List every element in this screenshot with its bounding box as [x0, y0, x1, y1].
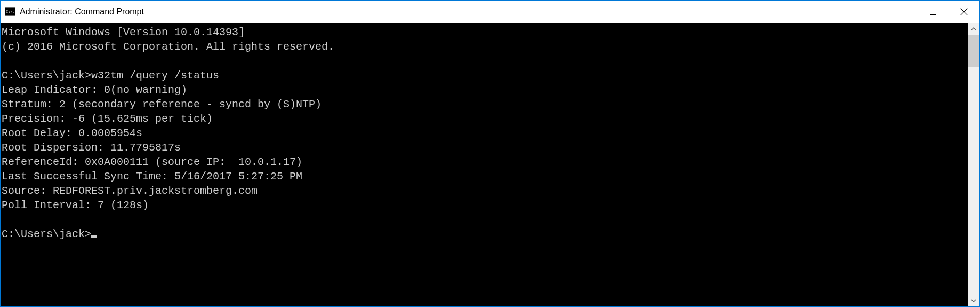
maximize-button[interactable]	[918, 1, 949, 23]
scrollbar-track[interactable]	[968, 35, 979, 295]
minimize-icon	[898, 12, 906, 12]
chevron-down-icon	[971, 298, 976, 303]
line-6: Precision: -6 (15.625ms per tick)	[2, 113, 213, 125]
line-10: Last Successful Sync Time: 5/16/2017 5:2…	[2, 170, 302, 183]
vertical-scrollbar[interactable]	[968, 23, 979, 306]
line-12: Poll Interval: 7 (128s)	[2, 199, 149, 211]
line-0: Microsoft Windows [Version 10.0.14393]	[2, 26, 245, 38]
maximize-icon	[930, 9, 936, 15]
line-8: Root Dispersion: 11.7795817s	[2, 141, 181, 154]
line-5: Stratum: 2 (secondary reference - syncd …	[2, 98, 322, 111]
line-9: ReferenceId: 0x0A000111 (source IP: 10.0…	[2, 156, 302, 168]
minimize-button[interactable]	[887, 1, 918, 23]
close-icon	[960, 7, 968, 16]
titlebar[interactable]: Administrator: Command Prompt	[1, 1, 979, 23]
line-11: Source: REDFOREST.priv.jackstromberg.com	[2, 185, 258, 197]
line-14: C:\Users\jack>	[2, 228, 91, 240]
line-4: Leap Indicator: 0(no warning)	[2, 84, 187, 96]
line-7: Root Delay: 0.0005954s	[2, 127, 142, 139]
scrollbar-thumb[interactable]	[968, 35, 979, 67]
window-controls	[887, 1, 979, 23]
close-button[interactable]	[949, 1, 979, 23]
cmd-icon	[5, 7, 15, 16]
client-area: Microsoft Windows [Version 10.0.14393] (…	[1, 23, 979, 306]
line-3: C:\Users\jack>w32tm /query /status	[2, 69, 219, 82]
window-title: Administrator: Command Prompt	[20, 7, 144, 17]
cursor	[91, 235, 97, 238]
command-prompt-window: Administrator: Command Prompt Microsoft …	[1, 1, 979, 306]
terminal-output[interactable]: Microsoft Windows [Version 10.0.14393] (…	[1, 23, 968, 306]
scroll-down-button[interactable]	[968, 295, 979, 306]
chevron-up-icon	[971, 26, 976, 32]
scroll-up-button[interactable]	[968, 23, 979, 35]
line-1: (c) 2016 Microsoft Corporation. All righ…	[2, 41, 334, 53]
